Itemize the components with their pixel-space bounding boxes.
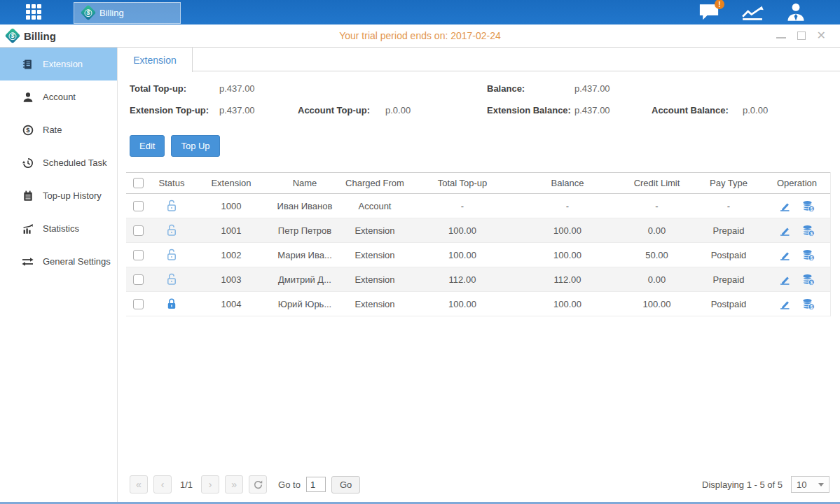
trial-notice: Your trial period ends on: 2017-02-24 (339, 30, 501, 41)
balance-cell: 112.00 (515, 274, 620, 285)
sidebar-item-account[interactable]: Account (0, 80, 117, 113)
row-checkbox[interactable] (133, 201, 144, 211)
clock-history-icon (22, 158, 34, 169)
sidebar-item-label: Extension (43, 59, 83, 69)
goto-page-input[interactable] (306, 477, 326, 492)
status-unlocked-icon (166, 248, 177, 261)
extension-name: Мария Ива... (270, 250, 340, 260)
total-topup-cell: 100.00 (410, 225, 515, 236)
table-row[interactable]: 1002 Мария Ива... Extension 100.00 100.0… (126, 243, 830, 267)
column-header-pay-type[interactable]: Pay Type (694, 178, 764, 188)
page-size-value: 10 (797, 479, 806, 490)
sidebar-item-topup-history[interactable]: Top-up History (0, 179, 117, 212)
extension-number: 1001 (193, 225, 270, 236)
total-topup-cell: - (410, 201, 515, 211)
bar-chart-icon (22, 223, 34, 234)
ledger-icon (22, 190, 34, 202)
refresh-icon (254, 480, 263, 489)
notification-badge: ! (715, 0, 724, 9)
column-header-status[interactable]: Status (151, 178, 193, 188)
edit-extension-icon[interactable] (779, 225, 791, 237)
row-checkbox[interactable] (133, 299, 144, 309)
content-panel: Extension Total Top-up: p.437.00 Balance… (118, 48, 840, 502)
window-titlebar: $ Billing Your trial period ends on: 201… (0, 24, 840, 48)
account-balance-value: p.0.00 (743, 105, 768, 115)
column-header-extension[interactable]: Extension (193, 178, 270, 188)
first-page-button[interactable]: « (130, 475, 148, 493)
account-topup-label: Account Top-up: (298, 105, 370, 115)
refresh-button[interactable] (249, 475, 267, 493)
row-checkbox[interactable] (133, 274, 144, 285)
topup-extension-icon[interactable]: $ (802, 225, 815, 237)
sidebar-item-general-settings[interactable]: General Settings (0, 245, 117, 278)
extension-name: Иван Иванов (270, 201, 340, 211)
topbar-icons: ! (698, 3, 806, 22)
table-row[interactable]: 1004 Юрий Юрь... Extension 100.00 100.00… (126, 292, 830, 316)
balance-label: Balance: (487, 83, 525, 94)
app-launcher-icon[interactable] (26, 4, 43, 21)
go-button[interactable]: Go (331, 476, 360, 493)
topup-extension-icon[interactable]: $ (802, 274, 815, 286)
status-unlocked-icon (166, 200, 177, 212)
credit-limit-cell: 0.00 (620, 225, 694, 236)
transfer-arrows-icon (22, 256, 34, 267)
chevron-down-icon (818, 483, 824, 486)
window-title: Billing (24, 30, 56, 42)
minimize-button[interactable] (776, 33, 786, 38)
tab-extension[interactable]: Extension (118, 48, 193, 72)
billing-app-window: $ Billing ! (0, 0, 840, 504)
resource-monitor-icon[interactable] (741, 4, 764, 21)
edit-extension-icon[interactable] (779, 200, 791, 212)
table-row[interactable]: 1003 Дмитрий Д... Extension 112.00 112.0… (126, 267, 830, 292)
next-page-button[interactable]: › (201, 475, 219, 493)
system-topbar: $ Billing ! (0, 0, 840, 24)
user-account-icon[interactable] (785, 3, 806, 22)
maximize-button[interactable] (797, 31, 806, 40)
sidebar-item-statistics[interactable]: Statistics (0, 212, 117, 245)
page-size-select[interactable]: 10 (791, 476, 829, 493)
topup-button[interactable]: Top Up (171, 135, 219, 157)
extension-topup-label: Extension Top-up: (130, 105, 209, 115)
sidebar-item-scheduled-task[interactable]: Scheduled Task (0, 146, 117, 179)
balance-value: p.437.00 (574, 83, 610, 94)
tab-strip: Extension (118, 48, 840, 71)
tab-label: Extension (133, 55, 176, 66)
column-header-name[interactable]: Name (270, 178, 340, 188)
table-row[interactable]: 1000 Иван Иванов Account - - - - $ (126, 194, 830, 218)
svg-text:$: $ (810, 206, 813, 211)
row-checkbox[interactable] (133, 250, 144, 260)
extension-topup-value: p.437.00 (219, 105, 255, 115)
credit-limit-cell: 100.00 (620, 299, 694, 309)
column-header-charged-from[interactable]: Charged From (340, 178, 410, 188)
topup-extension-icon[interactable]: $ (802, 249, 815, 261)
edit-extension-icon[interactable] (779, 249, 791, 261)
row-checkbox[interactable] (133, 225, 144, 236)
sidebar-item-label: Rate (43, 125, 62, 135)
topup-extension-icon[interactable]: $ (802, 200, 815, 212)
edit-extension-icon[interactable] (779, 298, 791, 310)
sidebar-item-extension[interactable]: Extension (0, 48, 117, 80)
column-header-total-topup[interactable]: Total Top-up (410, 178, 515, 188)
taskbar-tab-billing[interactable]: $ Billing (74, 2, 181, 24)
pay-type-cell: - (694, 201, 764, 211)
close-button[interactable]: ✕ (817, 31, 826, 41)
edit-button[interactable]: Edit (130, 135, 165, 157)
sidebar-item-rate[interactable]: $ Rate (0, 113, 117, 146)
extension-number: 1004 (193, 299, 270, 309)
prev-page-button[interactable]: ‹ (153, 475, 172, 493)
column-header-credit-limit[interactable]: Credit Limit (620, 178, 694, 188)
select-all-checkbox[interactable] (133, 178, 144, 188)
column-header-balance[interactable]: Balance (515, 178, 620, 188)
notifications-icon[interactable]: ! (698, 4, 719, 21)
edit-extension-icon[interactable] (779, 274, 791, 286)
extension-number: 1002 (193, 250, 270, 260)
extension-book-icon (22, 59, 34, 70)
sidebar-item-label: Scheduled Task (43, 158, 107, 168)
balance-summary: Total Top-up: p.437.00 Balance: p.437.00… (118, 71, 840, 125)
total-topup-cell: 100.00 (410, 299, 515, 309)
table-row[interactable]: 1001 Петр Петров Extension 100.00 100.00… (126, 218, 830, 243)
topup-extension-icon[interactable]: $ (802, 298, 815, 310)
extension-name: Петр Петров (270, 225, 340, 236)
action-buttons: Edit Top Up (130, 135, 840, 157)
last-page-button[interactable]: » (225, 475, 243, 493)
